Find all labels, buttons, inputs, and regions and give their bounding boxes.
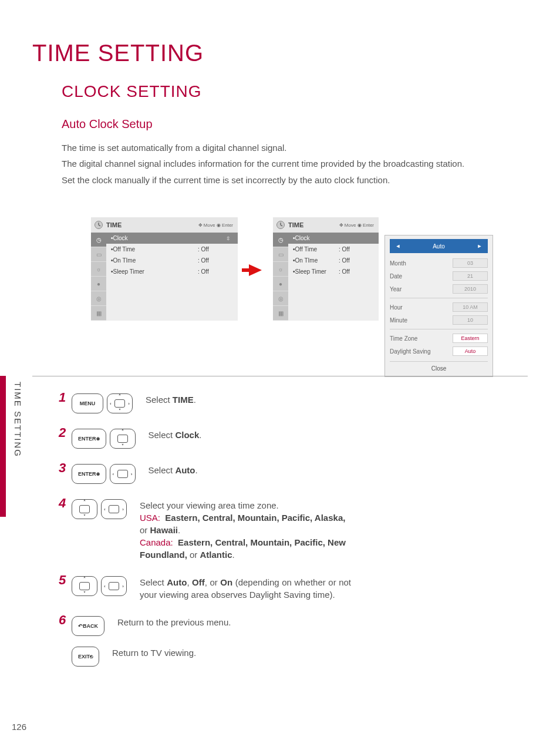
- osd-item[interactable]: • Off Time: Off: [106, 244, 238, 255]
- dpad-button[interactable]: ‹›: [110, 464, 136, 484]
- divider: [32, 376, 528, 376]
- clock-mode-auto[interactable]: Auto: [406, 239, 471, 253]
- step-number: 6: [59, 614, 72, 627]
- step-exit: EXIT ⎋ Return to TV viewing.: [59, 647, 528, 667]
- prev-button[interactable]: ◄: [390, 239, 406, 253]
- osd-tab-time-icon[interactable]: ◷: [273, 233, 288, 247]
- step-number: 2: [59, 426, 72, 439]
- clock-settings-panel: ◄ Auto ► Month03 Date21 Year2010 Hour10 …: [384, 235, 493, 377]
- osd-item-clock[interactable]: • Clock: [288, 233, 379, 244]
- osd-tab-icon[interactable]: ◎: [273, 291, 288, 305]
- osd-hint: ✥ Move ◉ Enter: [339, 223, 374, 228]
- step-text: Select Auto.: [149, 464, 360, 476]
- osd-tab-icon[interactable]: ▭: [273, 247, 288, 261]
- step-text: Select Clock.: [149, 429, 360, 441]
- subsection-title: Auto Clock Setup: [62, 117, 153, 131]
- step-text: Select TIME.: [146, 393, 357, 406]
- step-number: 1: [59, 391, 72, 404]
- osd-item[interactable]: • Sleep Timer: Off: [106, 266, 238, 277]
- osd-item[interactable]: • Off Time: Off: [288, 244, 379, 255]
- intro-text: The time is set automatically from a dig…: [62, 141, 528, 189]
- clock-row-hour: Hour10 AM: [390, 301, 488, 314]
- step-1: 1 MENU ˄˅‹› Select TIME.: [59, 393, 528, 413]
- step-text: Return to TV viewing.: [112, 647, 323, 659]
- arrow-icon: [238, 217, 273, 323]
- clock-row-year: Year2010: [390, 282, 488, 295]
- osd-tab-icon[interactable]: ▦: [273, 306, 288, 320]
- osd-item[interactable]: • Sleep Timer: Off: [288, 266, 379, 277]
- step-number: 5: [59, 574, 72, 587]
- dpad-button[interactable]: ‹›: [101, 576, 127, 596]
- osd-item[interactable]: • On TIme: Off: [288, 255, 379, 266]
- clock-row-date: Date21: [390, 270, 488, 282]
- close-button[interactable]: Close: [390, 361, 488, 372]
- osd-title: TIME: [288, 221, 339, 228]
- step-number: 4: [59, 497, 72, 510]
- osd-tab-icon[interactable]: ●: [273, 277, 288, 291]
- osd-tab-icon[interactable]: ☼: [273, 262, 288, 276]
- enter-button[interactable]: ENTER◉: [72, 464, 106, 484]
- osd-tab-icon[interactable]: ●: [91, 277, 106, 291]
- clock-row-minute: Minute10: [390, 314, 488, 327]
- dpad-button[interactable]: ‹›: [101, 499, 127, 519]
- osd-category-tabs: ◷ ▭ ☼ ● ◎ ▦: [91, 233, 106, 321]
- page-title: TIME SETTING: [32, 40, 204, 66]
- clock-row-dst[interactable]: Daylight SavingAuto: [390, 345, 488, 358]
- step-6: 6 ↶BACK Return to the previous menu.: [59, 616, 528, 636]
- osd-tab-icon[interactable]: ▦: [91, 306, 106, 320]
- step-2: 2 ENTER◉ ˄˅ Select Clock.: [59, 429, 528, 449]
- enter-button[interactable]: ENTER◉: [72, 429, 106, 449]
- clock-icon: [273, 217, 288, 233]
- section-title: CLOCK SETTING: [62, 82, 202, 101]
- sidebar-label: TIME SETTING: [13, 382, 23, 457]
- updown-icon: ⇳: [224, 235, 233, 241]
- sidebar-accent: [0, 376, 6, 517]
- osd-tab-icon[interactable]: ◎: [91, 291, 106, 305]
- step-text: Select your viewing area time zone. USA:…: [140, 499, 351, 561]
- dpad-button[interactable]: ˄˅‹›: [107, 393, 133, 413]
- next-button[interactable]: ►: [471, 239, 488, 253]
- osd-hint: ✥ Move ◉ Enter: [198, 223, 233, 228]
- dpad-button[interactable]: ˄˅: [72, 499, 97, 519]
- osd-tab-icon[interactable]: ▭: [91, 247, 106, 261]
- osd-title: TIME: [106, 221, 198, 228]
- page-number: 126: [12, 722, 26, 732]
- osd-tab-icon[interactable]: ☼: [91, 262, 106, 276]
- osd-tab-time-icon[interactable]: ◷: [91, 233, 106, 247]
- osd-item-clock[interactable]: • Clock ⇳: [106, 233, 238, 244]
- step-5: 5 ˄˅ ‹› Select Auto, Off, or On (dependi…: [59, 576, 528, 601]
- clock-row-month: Month03: [390, 257, 488, 270]
- dpad-button[interactable]: ˄˅: [110, 429, 136, 449]
- exit-button[interactable]: EXIT ⎋: [72, 647, 99, 667]
- clock-row-timezone[interactable]: Time ZoneEastern: [390, 332, 488, 345]
- steps: 1 MENU ˄˅‹› Select TIME. 2 ENTER◉ ˄˅ Sel…: [59, 393, 528, 677]
- back-button[interactable]: ↶BACK: [72, 616, 104, 636]
- step-number: 3: [59, 462, 72, 475]
- step-4: 4 ˄˅ ‹› Select your viewing area time zo…: [59, 499, 528, 561]
- dpad-button[interactable]: ˄˅: [72, 576, 97, 596]
- osd-menu-after: TIME ✥ Move ◉ Enter ◷ ▭ ☼ ● ◎ ▦ • Clock …: [273, 217, 379, 321]
- step-3: 3 ENTER◉ ‹› Select Auto.: [59, 464, 528, 484]
- clock-icon: [91, 217, 106, 233]
- osd-item[interactable]: • On TIme: Off: [106, 255, 238, 266]
- menu-button[interactable]: MENU: [72, 393, 103, 413]
- step-text: Select Auto, Off, or On (depending on wh…: [140, 576, 351, 601]
- step-text: Return to the previous menu.: [117, 616, 329, 628]
- osd-menu-before: TIME ✥ Move ◉ Enter ◷ ▭ ☼ ● ◎ ▦ • Clock …: [91, 217, 238, 321]
- osd-category-tabs: ◷ ▭ ☼ ● ◎ ▦: [273, 233, 288, 321]
